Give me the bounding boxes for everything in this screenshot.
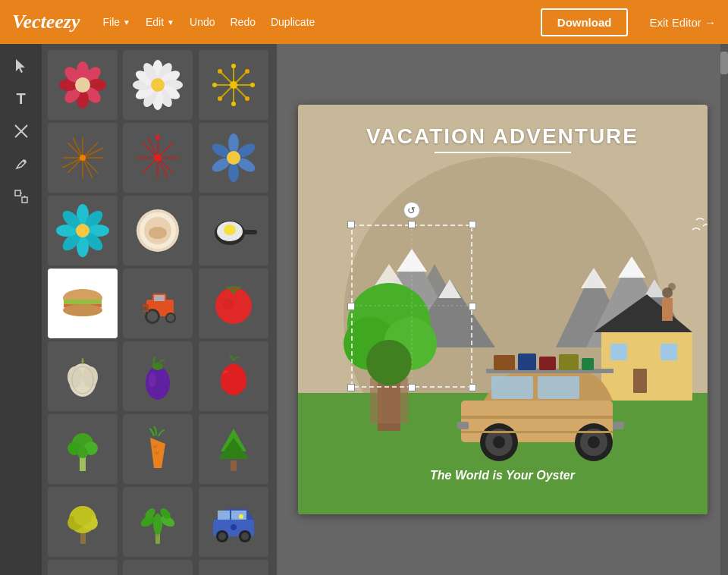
artwork-subtitle: The World is Your Oyster [298, 469, 708, 482]
sticker-flower-red[interactable] [48, 50, 118, 120]
svg-point-17 [75, 77, 90, 93]
svg-point-146 [231, 524, 237, 530]
svg-marker-178 [581, 268, 607, 288]
sticker-flower-white[interactable] [123, 50, 193, 120]
sticker-plant-green[interactable] [123, 487, 193, 557]
sticker-van-blue[interactable] [199, 487, 268, 557]
shape-tool[interactable] [7, 182, 36, 211]
svg-rect-211 [461, 431, 613, 433]
svg-line-59 [83, 148, 103, 158]
svg-point-207 [588, 436, 600, 448]
svg-line-58 [62, 158, 83, 168]
exit-editor-button[interactable]: Exit Editor → [649, 16, 716, 29]
svg-point-88 [76, 224, 89, 237]
svg-point-132 [74, 507, 92, 526]
sticker-plate[interactable] [123, 196, 193, 266]
svg-rect-183 [610, 344, 627, 360]
sticker-pepper-red[interactable] [199, 341, 268, 411]
svg-point-3 [23, 160, 26, 163]
svg-line-53 [83, 158, 98, 173]
svg-rect-184 [661, 344, 677, 360]
svg-marker-177 [618, 256, 645, 278]
svg-rect-201 [582, 358, 594, 370]
svg-rect-209 [613, 422, 624, 429]
svg-point-43 [218, 69, 222, 74]
sticker-fireworks-gold[interactable] [199, 50, 268, 120]
sticker-eggplant[interactable] [123, 341, 193, 411]
svg-rect-208 [457, 422, 469, 429]
svg-point-118 [149, 372, 156, 388]
svg-point-76 [228, 162, 239, 182]
svg-point-115 [83, 366, 98, 388]
svg-point-108 [167, 314, 174, 322]
nav-edit[interactable]: Edit ▼ [146, 16, 174, 28]
download-button[interactable]: Download [541, 8, 629, 36]
svg-rect-185 [633, 369, 647, 393]
svg-point-73 [228, 134, 239, 153]
svg-point-30 [151, 78, 165, 92]
sticker-sandwich[interactable] [48, 269, 118, 338]
sticker-pan-egg[interactable] [199, 196, 268, 266]
svg-line-57 [83, 158, 93, 178]
svg-point-188 [668, 283, 676, 291]
artwork-scene [298, 105, 708, 514]
svg-point-145 [241, 533, 249, 540]
svg-line-54 [83, 143, 98, 158]
nav-duplicate[interactable]: Duplicate [271, 16, 315, 28]
svg-marker-0 [16, 59, 25, 73]
transform-tool[interactable] [7, 117, 36, 146]
nav-undo[interactable]: Undo [190, 16, 215, 28]
svg-marker-171 [397, 249, 427, 272]
svg-point-40 [231, 102, 236, 106]
canvas-area[interactable]: VACATION ADVENTURE [277, 44, 728, 575]
svg-rect-128 [80, 532, 86, 544]
svg-rect-195 [538, 376, 579, 399]
file-dropdown-arrow: ▼ [123, 18, 130, 27]
svg-point-204 [493, 436, 505, 448]
svg-point-92 [149, 227, 167, 239]
svg-rect-197 [494, 355, 515, 370]
nav-file[interactable]: File ▼ [103, 16, 130, 28]
svg-rect-210 [461, 416, 613, 419]
svg-rect-200 [559, 354, 579, 370]
svg-point-41 [212, 83, 217, 87]
sticker-car-red[interactable] [48, 560, 118, 575]
svg-line-52 [67, 143, 83, 158]
sticker-broccoli[interactable] [48, 414, 118, 484]
sticker-fireworks-yellow[interactable] [48, 123, 118, 193]
canvas-scrollbar-thumb[interactable] [720, 52, 728, 74]
svg-line-55 [67, 158, 83, 173]
svg-rect-140 [218, 511, 230, 520]
select-tool[interactable] [7, 52, 36, 80]
sticker-tree-yellow[interactable] [48, 487, 118, 557]
svg-point-79 [227, 151, 240, 165]
svg-rect-199 [539, 357, 556, 370]
sticker-tree-small[interactable] [199, 414, 268, 484]
sticker-garlic[interactable] [48, 341, 118, 411]
svg-point-44 [245, 96, 249, 101]
svg-rect-141 [231, 511, 246, 520]
sticker-fireworks-red[interactable] [123, 123, 193, 193]
sticker-carrot[interactable] [123, 414, 193, 484]
svg-point-147 [239, 514, 243, 519]
main-layout: T [0, 44, 728, 575]
svg-rect-4 [15, 190, 20, 196]
header: Vecteezy File ▼ Edit ▼ Undo Redo Duplica… [0, 0, 728, 44]
nav-redo[interactable]: Redo [230, 16, 255, 28]
sticker-flower-blue[interactable] [199, 123, 268, 193]
canvas-scrollbar[interactable] [720, 44, 728, 575]
svg-point-112 [223, 299, 234, 309]
svg-rect-198 [518, 353, 536, 370]
sticker-person-yellow[interactable] [199, 560, 268, 575]
sticker-tractor[interactable] [123, 269, 193, 338]
sticker-car-blue2[interactable] [123, 560, 193, 575]
svg-point-101 [63, 304, 102, 316]
text-tool[interactable]: T [7, 84, 36, 113]
sticker-tomato[interactable] [199, 269, 268, 338]
sticker-flower-cyan[interactable] [48, 196, 118, 266]
svg-rect-194 [491, 376, 533, 399]
svg-point-47 [230, 81, 237, 89]
pen-tool[interactable] [7, 149, 36, 178]
svg-rect-94 [242, 230, 257, 234]
svg-point-119 [152, 363, 163, 370]
